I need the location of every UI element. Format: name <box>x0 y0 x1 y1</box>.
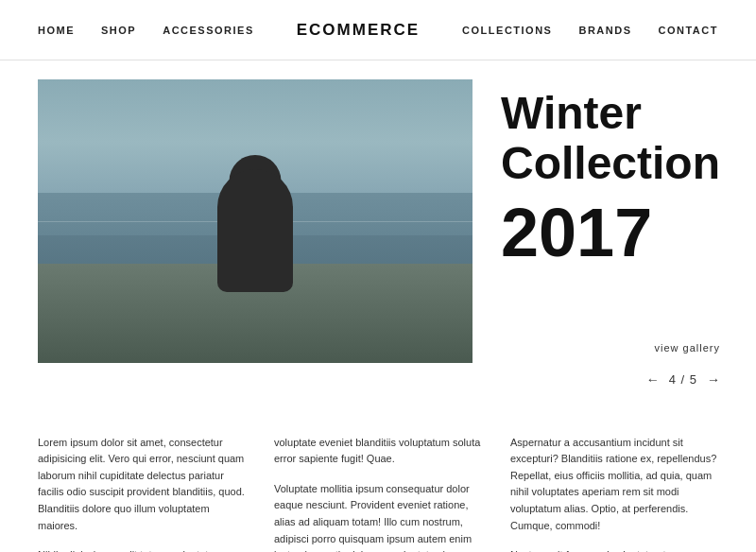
hero-image-bg <box>38 79 472 363</box>
text-col-1-p2: Nihil adipisci quo velit totam, voluptat… <box>38 547 246 552</box>
site-logo[interactable]: ECOMMERCE <box>297 21 420 40</box>
hero-image <box>38 79 472 363</box>
text-col-2: voluptate eveniet blanditiis voluptatum … <box>274 435 482 552</box>
main-content: Winter Collection 2017 view gallery ← 4 … <box>0 60 756 552</box>
pagination-current: 4 <box>669 372 677 387</box>
nav-collections[interactable]: COLLECTIONS <box>462 25 552 36</box>
nav-shop[interactable]: SHOP <box>101 25 136 36</box>
pagination-text: 4 / 5 <box>669 372 697 387</box>
hero-section: Winter Collection 2017 view gallery ← 4 … <box>0 60 756 416</box>
prev-arrow[interactable]: ← <box>646 372 660 388</box>
nav-contact[interactable]: CONTACT <box>659 25 718 36</box>
nav-right: COLLECTIONS BRANDS CONTACT <box>462 25 718 36</box>
hero-title: Winter Collection <box>501 89 720 189</box>
next-arrow[interactable]: → <box>707 372 720 388</box>
view-gallery-link[interactable]: view gallery <box>501 342 720 354</box>
nav-accessories[interactable]: ACCESSORIES <box>163 25 254 36</box>
nav-home[interactable]: HOME <box>38 25 75 36</box>
text-columns: Lorem ipsum dolor sit amet, consectetur … <box>0 416 756 552</box>
text-col-1-p1: Lorem ipsum dolor sit amet, consectetur … <box>38 435 246 535</box>
text-col-3: Aspernatur a accusantium incidunt sit ex… <box>510 435 718 552</box>
text-col-2-p1: voluptate eveniet blanditiis voluptatum … <box>274 435 482 468</box>
text-col-3-p2: Nostrum sit facere ad voluptate et a vol… <box>510 547 718 552</box>
pagination-total: 5 <box>690 372 697 387</box>
header: HOME SHOP ACCESSORIES ECOMMERCE COLLECTI… <box>0 0 756 60</box>
hero-text-area: Winter Collection 2017 view gallery ← 4 … <box>472 79 720 388</box>
pagination-area: ← 4 / 5 → <box>501 372 720 388</box>
pagination-separator: / <box>681 372 686 387</box>
text-col-2-p2: Voluptate mollitia ipsum consequatur dol… <box>274 481 482 552</box>
text-col-1: Lorem ipsum dolor sit amet, consectetur … <box>38 435 246 552</box>
nav-left: HOME SHOP ACCESSORIES <box>38 25 254 36</box>
figure-body <box>217 169 293 292</box>
text-col-3-p1: Aspernatur a accusantium incidunt sit ex… <box>510 435 718 535</box>
nav-brands[interactable]: BRANDS <box>578 25 631 36</box>
figure <box>217 169 293 292</box>
hero-subtitle: 2017 <box>501 198 720 267</box>
